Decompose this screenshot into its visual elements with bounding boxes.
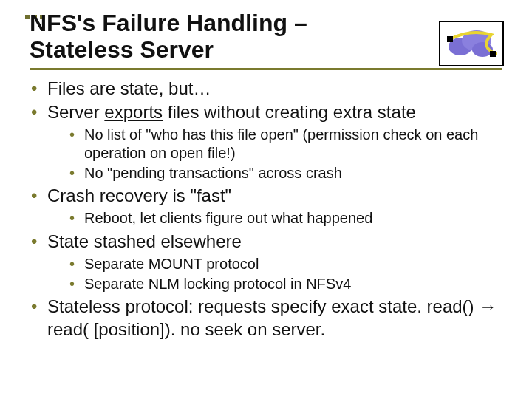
slide-title: NFS's Failure Handling – Stateless Serve… — [30, 10, 502, 64]
bullet-text: Crash recovery is "fast" — [47, 185, 231, 205]
title-block: NFS's Failure Handling – Stateless Serve… — [30, 10, 502, 70]
bullet-text-underline: exports — [104, 102, 163, 122]
bullet-text: Stateless protocol: requests specify exa… — [47, 296, 497, 339]
bullet-item: Crash recovery is "fast" Reboot, let cli… — [28, 185, 504, 228]
content-body: Files are state, but… Server exports fil… — [28, 78, 504, 341]
sub-bullet-item: Separate MOUNT protocol — [68, 255, 504, 273]
sub-bullet-item: No "pending transactions" across crash — [68, 164, 504, 183]
bullet-item: Server exports files without creating ex… — [28, 101, 504, 182]
sub-bullet-list: Separate MOUNT protocol Separate NLM loc… — [68, 255, 504, 293]
sub-bullet-text: Separate NLM locking protocol in NFSv4 — [84, 276, 351, 292]
sub-bullet-text: No "pending transactions" across crash — [84, 165, 342, 181]
bullet-text: State stashed elsewhere — [47, 231, 242, 251]
slide: NFS's Failure Handling – Stateless Serve… — [0, 10, 532, 399]
sub-bullet-item: No list of "who has this file open" (per… — [68, 126, 504, 163]
bullet-text: Files are state, but… — [47, 78, 211, 98]
sub-bullet-text: Separate MOUNT protocol — [84, 256, 259, 272]
sub-bullet-list: Reboot, let clients figure out what happ… — [68, 209, 504, 228]
title-line-2: Stateless Server — [30, 36, 214, 63]
bullet-item: State stashed elsewhere Separate MOUNT p… — [28, 231, 504, 293]
bullet-item: Files are state, but… — [28, 78, 504, 100]
svg-rect-3 — [447, 36, 453, 42]
bullet-text-pre: Server — [47, 102, 104, 122]
sub-bullet-text: Reboot, let clients figure out what happ… — [84, 210, 372, 226]
bullet-item: Stateless protocol: requests specify exa… — [28, 296, 504, 341]
sub-bullet-text: No list of "who has this file open" (per… — [84, 126, 478, 161]
network-icon — [439, 21, 504, 66]
title-line-1: NFS's Failure Handling – — [30, 10, 307, 36]
bullet-text-post: files without creating extra state — [163, 102, 416, 122]
svg-rect-4 — [490, 51, 496, 57]
sub-bullet-item: Separate NLM locking protocol in NFSv4 — [68, 275, 504, 293]
sub-bullet-item: Reboot, let clients figure out what happ… — [68, 209, 504, 228]
sub-bullet-list: No list of "who has this file open" (per… — [68, 126, 504, 182]
bullet-list: Files are state, but… Server exports fil… — [28, 78, 504, 341]
